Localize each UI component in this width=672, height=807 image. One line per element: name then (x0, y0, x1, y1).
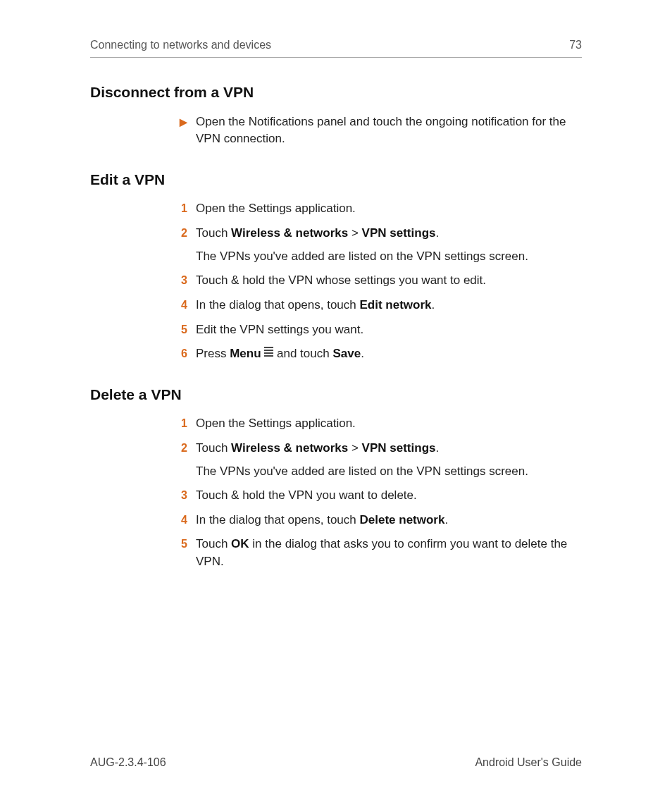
list-item: 2 Touch Wireless & networks > VPN settin… (169, 440, 582, 480)
step-number: 2 (169, 440, 187, 456)
heading-delete-vpn: Delete a VPN (90, 384, 582, 405)
step-text: Open the Notifications panel and touch t… (196, 113, 582, 148)
text: and touch (273, 347, 332, 360)
list-item: 4 In the dialog that opens, touch Edit n… (169, 297, 582, 314)
list-item: 5 Touch OK in the dialog that asks you t… (169, 536, 582, 570)
step-text: Touch OK in the dialog that asks you to … (196, 536, 582, 570)
list-item: 1 Open the Settings application. (169, 415, 582, 433)
bold-text: Delete network (360, 513, 445, 526)
content-area: Disconnect from a VPN ▶ Open the Notific… (90, 58, 582, 571)
running-footer: AUG-2.3.4-106 Android User's Guide (90, 754, 582, 770)
step-number: 6 (169, 345, 187, 362)
bold-text: Wireless & networks (231, 441, 348, 455)
step-text: Touch Wireless & networks > VPN settings… (196, 225, 582, 265)
bold-text: Save (332, 347, 361, 360)
step-subtext: The VPNs you've added are listed on the … (196, 248, 582, 266)
menu-icon (264, 345, 273, 358)
step-number: 1 (169, 200, 187, 216)
doc-id: AUG-2.3.4-106 (90, 754, 166, 770)
text: > (348, 226, 361, 240)
step-text: Edit the VPN settings you want. (196, 321, 582, 339)
list-item: 2 Touch Wireless & networks > VPN settin… (169, 225, 582, 265)
text: . (361, 347, 364, 360)
step-number: 5 (169, 536, 187, 552)
bold-text: OK (231, 537, 249, 550)
list-item: 6 Press Menu and touch Save. (169, 345, 582, 363)
list-item: 4 In the dialog that opens, touch Delete… (169, 512, 582, 529)
heading-edit-vpn: Edit a VPN (90, 169, 582, 190)
step-number: 4 (169, 297, 187, 313)
bold-text: Wireless & networks (231, 226, 348, 240)
page: Connecting to networks and devices 73 Di… (0, 0, 672, 807)
running-header: Connecting to networks and devices 73 (90, 37, 582, 58)
list-item: 1 Open the Settings application. (169, 200, 582, 218)
step-text: Press Menu and touch Save. (196, 345, 582, 363)
bold-text: VPN settings (362, 441, 436, 455)
text: > (348, 441, 361, 455)
text: Touch (196, 226, 231, 240)
bold-text: VPN settings (362, 226, 436, 240)
edit-vpn-steps: 1 Open the Settings application. 2 Touch… (169, 200, 582, 362)
step-text: Open the Settings application. (196, 200, 582, 218)
step-text: In the dialog that opens, touch Delete n… (196, 512, 582, 529)
text: . (435, 226, 439, 240)
heading-disconnect-vpn: Disconnect from a VPN (90, 82, 582, 103)
text: Press (196, 347, 230, 360)
step-subtext: The VPNs you've added are listed on the … (196, 463, 582, 481)
list-item: 3 Touch & hold the VPN whose settings yo… (169, 272, 582, 290)
step-text: Touch Wireless & networks > VPN settings… (196, 440, 582, 480)
step-number: 1 (169, 415, 187, 431)
list-item: 3 Touch & hold the VPN you want to delet… (169, 487, 582, 505)
text: in the dialog that asks you to confirm y… (196, 537, 567, 568)
text: . (444, 513, 448, 526)
step-number: 3 (169, 487, 187, 503)
disconnect-vpn-list: ▶ Open the Notifications panel and touch… (169, 113, 582, 148)
step-text: In the dialog that opens, touch Edit net… (196, 297, 582, 314)
bold-text: Edit network (360, 298, 432, 312)
text: Touch (196, 441, 231, 455)
step-number: 3 (169, 272, 187, 288)
step-number: 2 (169, 225, 187, 241)
delete-vpn-steps: 1 Open the Settings application. 2 Touch… (169, 415, 582, 570)
chapter-title: Connecting to networks and devices (90, 37, 271, 53)
page-number: 73 (569, 37, 582, 53)
step-number: 4 (169, 512, 187, 528)
step-number: 5 (169, 321, 187, 338)
bold-text: Menu (230, 347, 261, 360)
list-item: ▶ Open the Notifications panel and touch… (169, 113, 582, 148)
step-text: Touch & hold the VPN whose settings you … (196, 272, 582, 290)
text: . (432, 298, 435, 312)
triangle-bullet-icon: ▶ (169, 113, 187, 129)
text: . (435, 441, 439, 455)
doc-title: Android User's Guide (475, 754, 582, 770)
text: Touch (196, 537, 231, 550)
step-text: Touch & hold the VPN you want to delete. (196, 487, 582, 505)
step-text: Open the Settings application. (196, 415, 582, 433)
text: In the dialog that opens, touch (196, 513, 360, 526)
list-item: 5 Edit the VPN settings you want. (169, 321, 582, 339)
text: In the dialog that opens, touch (196, 298, 360, 312)
